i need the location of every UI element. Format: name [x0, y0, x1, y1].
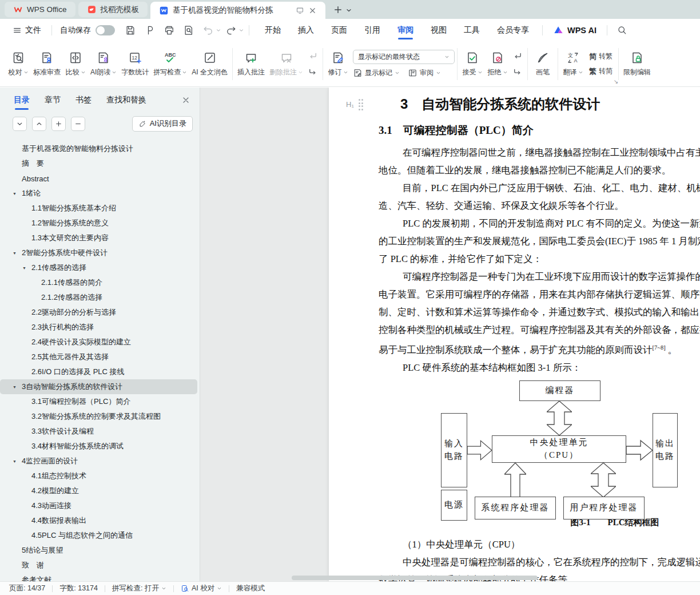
search-icon[interactable] [617, 25, 627, 35]
toc-item[interactable]: 4.2模型的建立 [0, 483, 197, 498]
tab-home[interactable]: 开始 [256, 19, 289, 41]
spell-check-status[interactable]: 拼写检查: 打开 [112, 584, 166, 593]
toc-item[interactable]: 4.1组态控制技术 [0, 469, 197, 483]
toc-item[interactable]: 3.3软件设计及编程 [0, 424, 197, 439]
toc-item[interactable]: 2.3执行机构的选择 [0, 320, 197, 335]
simplified-to-traditional-button[interactable]: 简 转繁 [589, 51, 612, 62]
tab-tools[interactable]: 工具 [455, 19, 488, 41]
insert-comment-button[interactable]: 插入批注 [235, 51, 267, 77]
toc-item[interactable]: 3.2智能分拣系统的控制要求及其流程图 [0, 409, 197, 424]
compare-button[interactable]: 比较 [63, 51, 88, 77]
previous-change-icon[interactable] [512, 51, 523, 61]
wps-ai-button[interactable]: WPS AI [547, 25, 602, 35]
restrict-editing-button[interactable]: 限制编辑 [621, 51, 653, 77]
document-page[interactable]: H₁ 3 自动智能分拣系统的软件设计 3.1 可编程控制器（PLC）简介 在可编… [329, 88, 700, 581]
toc-item[interactable]: 1.1智能分拣系统基本介绍 [0, 201, 197, 216]
track-changes-button[interactable]: 修订 [325, 51, 351, 77]
redo-button[interactable] [225, 25, 237, 36]
toc-item[interactable]: 1.2智能分拣系统的意义 [0, 216, 197, 231]
save-button[interactable] [125, 25, 136, 36]
translate-button[interactable]: 文A 翻译 [560, 51, 586, 77]
toc-item[interactable]: 5结论与展望 [0, 543, 197, 558]
horizontal-scrollbar[interactable] [206, 576, 694, 581]
zoom-in-toc-button[interactable] [51, 117, 66, 131]
markup-state-select[interactable]: 显示标记的最终状态 [353, 50, 455, 64]
toc-item[interactable]: ▼2智能分拣系统中硬件设计 [0, 245, 197, 260]
next-change-icon[interactable] [512, 67, 523, 77]
traditional-to-simplified-button[interactable]: 繁 转简 [589, 66, 612, 77]
collapse-all-button[interactable] [13, 117, 27, 131]
toc-item[interactable]: 1.3本文研究的主要内容 [0, 231, 197, 245]
expand-all-button[interactable] [32, 117, 46, 131]
page-indicator[interactable]: 页面: 14/37 [9, 584, 45, 593]
close-sidebar-icon[interactable] [181, 96, 190, 105]
ai-detect-toc-button[interactable]: AI识别目录 [132, 116, 193, 132]
toc-item[interactable]: 致 谢 [0, 558, 197, 573]
reject-change-button[interactable]: 拒绝 [485, 51, 510, 77]
autosave-toggle[interactable] [96, 25, 115, 35]
tab-member[interactable]: 会员专享 [488, 19, 538, 41]
review-pane-button[interactable]: 审阅 [408, 68, 441, 78]
toc-item[interactable]: 2.2驱动部分的分析与选择 [0, 305, 197, 320]
proofread-button[interactable]: 校对 [6, 51, 31, 77]
ai-proofread-status[interactable]: AI 校对 [181, 584, 222, 593]
spell-check-button[interactable]: ABC 拼写检查 [151, 51, 189, 77]
toc-item[interactable]: 4.3动画连接 [0, 498, 197, 513]
word-count-button[interactable]: 12 字数统计 [119, 51, 151, 77]
toc-item[interactable]: 4.5PLC 与组态软件之间的通信 [0, 528, 197, 543]
tab-toc[interactable]: 目录 [14, 88, 30, 113]
new-tab-button[interactable] [333, 5, 343, 15]
tab-reference[interactable]: 引用 [356, 19, 389, 41]
monitor-icon[interactable] [296, 6, 304, 15]
toc-item[interactable]: 4.4数据报表输出 [0, 513, 197, 528]
quickbar-caret-icon[interactable] [238, 27, 244, 33]
print-preview-button[interactable] [183, 25, 194, 36]
tab-view[interactable]: 视图 [422, 19, 455, 41]
tab-list-caret-icon[interactable] [345, 7, 352, 14]
toc-item[interactable]: 2.5其他元器件及其选择 [0, 350, 197, 364]
export-pdf-button[interactable] [144, 25, 156, 36]
print-button[interactable] [164, 25, 175, 36]
accept-change-button[interactable]: 接受 [460, 51, 485, 77]
toc-item[interactable]: ▼4监控画面的设计 [0, 454, 197, 469]
tab-page[interactable]: 页面 [323, 19, 356, 41]
toc-item[interactable]: 2.6I/O 口的选择及 PLC 接线 [0, 364, 197, 379]
toc-item[interactable]: ▼3自动智能分拣系统的软件设计 [0, 379, 197, 394]
toc-item[interactable]: 2.1.1传感器的简介 [0, 275, 197, 290]
tab-wps-home[interactable]: WPS Office [5, 2, 75, 17]
file-menu-button[interactable]: 文件 [7, 25, 47, 35]
tab-find-replace[interactable]: 查找和替换 [106, 88, 146, 113]
toc-item[interactable]: ▼1绪论 [0, 186, 197, 201]
tab-review[interactable]: 审阅 [389, 19, 422, 41]
zoom-out-toc-button[interactable] [71, 117, 85, 131]
standard-review-button[interactable]: 标准审查 [31, 51, 63, 77]
toc-item[interactable]: 3.1可编程控制器（PLC）简介 [0, 394, 197, 409]
toc-item[interactable]: 参考文献 [0, 573, 197, 581]
expand-arrow-icon[interactable]: ▼ [13, 385, 17, 389]
toc-item[interactable]: 3.4材料智能分拣系统的调试 [0, 439, 197, 454]
undo-button[interactable] [202, 25, 214, 36]
expand-arrow-icon[interactable]: ▼ [13, 192, 17, 196]
toc-item[interactable]: 摘 要 [0, 156, 197, 171]
toc-item[interactable]: 2.1.2传感器的选择 [0, 290, 197, 305]
tab-chapters[interactable]: 章节 [45, 88, 61, 113]
close-tab-icon[interactable] [308, 6, 317, 15]
ink-brush-button[interactable]: 画笔 [530, 51, 555, 77]
expand-arrow-icon[interactable]: ▼ [22, 266, 26, 270]
tab-document[interactable]: 基于机器视觉的智能物料分拣 [150, 2, 325, 19]
expand-arrow-icon[interactable]: ▼ [13, 251, 17, 255]
word-count-indicator[interactable]: 字数: 13174 [59, 584, 98, 593]
dialog-launcher-icon[interactable]: ↘ [614, 78, 618, 85]
show-markup-button[interactable]: 显示标记 [353, 68, 400, 78]
ai-read-button[interactable]: AI朗读 [88, 51, 119, 77]
toc-item[interactable]: ▼2.1传感器的选择 [0, 260, 197, 275]
undo-caret-icon[interactable] [216, 27, 221, 33]
toc-item[interactable]: 基于机器视觉的智能物料分拣设计 [0, 141, 197, 156]
toc-item[interactable]: Abstract [0, 171, 197, 186]
expand-arrow-icon[interactable]: ▼ [13, 459, 17, 463]
ai-polish-button[interactable]: AI 全文润色 [189, 51, 230, 77]
next-comment-icon[interactable] [308, 67, 318, 77]
toc-item[interactable]: 2.4硬件设计及实际模型的建立 [0, 335, 197, 350]
tab-insert[interactable]: 插入 [289, 19, 323, 41]
heading-drag-handle[interactable]: H₁ [346, 99, 363, 110]
